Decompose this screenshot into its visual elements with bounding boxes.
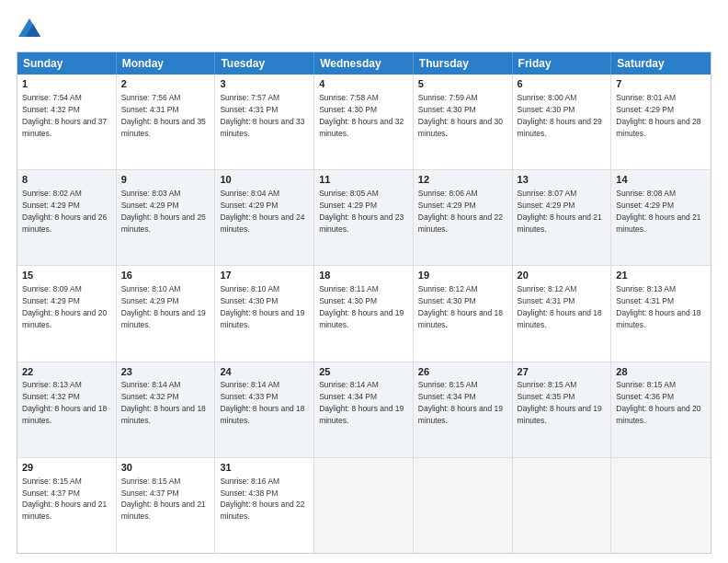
calendar-cell: 8Sunrise: 8:02 AMSunset: 4:29 PMDaylight… bbox=[17, 170, 117, 265]
day-number: 8 bbox=[22, 173, 111, 187]
calendar-week-1: 1Sunrise: 7:54 AMSunset: 4:32 PMDaylight… bbox=[17, 75, 711, 170]
cell-sun-info: Sunrise: 8:15 AMSunset: 4:37 PMDaylight:… bbox=[22, 477, 107, 522]
calendar-cell: 20Sunrise: 8:12 AMSunset: 4:31 PMDayligh… bbox=[513, 266, 612, 361]
day-header-sunday: Sunday bbox=[17, 52, 117, 75]
calendar-cell: 26Sunrise: 8:15 AMSunset: 4:34 PMDayligh… bbox=[414, 362, 513, 457]
calendar-cell: 18Sunrise: 8:11 AMSunset: 4:30 PMDayligh… bbox=[314, 266, 414, 361]
calendar-cell bbox=[414, 458, 513, 553]
day-header-friday: Friday bbox=[513, 52, 612, 75]
calendar-week-2: 8Sunrise: 8:02 AMSunset: 4:29 PMDaylight… bbox=[17, 170, 711, 266]
calendar-cell: 23Sunrise: 8:14 AMSunset: 4:32 PMDayligh… bbox=[117, 362, 216, 457]
day-number: 7 bbox=[616, 77, 706, 91]
day-header-saturday: Saturday bbox=[611, 52, 711, 75]
day-number: 1 bbox=[22, 77, 111, 91]
day-number: 14 bbox=[616, 173, 706, 187]
calendar-cell: 28Sunrise: 8:15 AMSunset: 4:36 PMDayligh… bbox=[611, 362, 711, 457]
cell-sun-info: Sunrise: 7:58 AMSunset: 4:30 PMDaylight:… bbox=[319, 93, 404, 138]
day-number: 24 bbox=[220, 365, 309, 379]
cell-sun-info: Sunrise: 8:13 AMSunset: 4:31 PMDaylight:… bbox=[616, 284, 700, 329]
cell-sun-info: Sunrise: 7:59 AMSunset: 4:30 PMDaylight:… bbox=[418, 93, 503, 138]
day-number: 19 bbox=[418, 269, 507, 282]
calendar-cell: 2Sunrise: 7:56 AMSunset: 4:31 PMDaylight… bbox=[117, 75, 216, 169]
calendar-cell: 27Sunrise: 8:15 AMSunset: 4:35 PMDayligh… bbox=[513, 362, 612, 457]
calendar-cell bbox=[611, 458, 711, 553]
day-header-tuesday: Tuesday bbox=[215, 52, 314, 75]
calendar-cell: 24Sunrise: 8:14 AMSunset: 4:33 PMDayligh… bbox=[215, 362, 314, 457]
calendar-cell: 22Sunrise: 8:13 AMSunset: 4:32 PMDayligh… bbox=[17, 362, 117, 457]
cell-sun-info: Sunrise: 8:00 AMSunset: 4:30 PMDaylight:… bbox=[518, 93, 602, 138]
day-header-wednesday: Wednesday bbox=[314, 52, 414, 75]
calendar-cell: 10Sunrise: 8:04 AMSunset: 4:29 PMDayligh… bbox=[215, 170, 314, 265]
cell-sun-info: Sunrise: 7:54 AMSunset: 4:32 PMDaylight:… bbox=[22, 93, 107, 138]
day-number: 28 bbox=[616, 365, 706, 379]
day-number: 23 bbox=[121, 365, 210, 379]
calendar-week-4: 22Sunrise: 8:13 AMSunset: 4:32 PMDayligh… bbox=[17, 362, 711, 458]
calendar-cell: 12Sunrise: 8:06 AMSunset: 4:29 PMDayligh… bbox=[414, 170, 513, 265]
cell-sun-info: Sunrise: 8:12 AMSunset: 4:30 PMDaylight:… bbox=[418, 284, 503, 329]
day-number: 10 bbox=[220, 173, 309, 187]
cell-sun-info: Sunrise: 8:11 AMSunset: 4:30 PMDaylight:… bbox=[319, 284, 404, 329]
cell-sun-info: Sunrise: 8:15 AMSunset: 4:34 PMDaylight:… bbox=[418, 380, 503, 425]
cell-sun-info: Sunrise: 8:10 AMSunset: 4:29 PMDaylight:… bbox=[121, 284, 206, 329]
logo bbox=[17, 17, 46, 42]
calendar-cell bbox=[314, 458, 414, 553]
page: SundayMondayTuesdayWednesdayThursdayFrid… bbox=[0, 0, 728, 563]
calendar-cell: 11Sunrise: 8:05 AMSunset: 4:29 PMDayligh… bbox=[314, 170, 414, 265]
day-number: 2 bbox=[121, 77, 210, 91]
cell-sun-info: Sunrise: 8:04 AMSunset: 4:29 PMDaylight:… bbox=[220, 189, 304, 234]
cell-sun-info: Sunrise: 8:15 AMSunset: 4:37 PMDaylight:… bbox=[121, 477, 206, 522]
calendar-cell: 31Sunrise: 8:16 AMSunset: 4:38 PMDayligh… bbox=[215, 458, 314, 553]
logo-icon bbox=[17, 17, 42, 42]
cell-sun-info: Sunrise: 8:16 AMSunset: 4:38 PMDaylight:… bbox=[220, 477, 304, 522]
day-number: 20 bbox=[518, 269, 607, 282]
cell-sun-info: Sunrise: 8:05 AMSunset: 4:29 PMDaylight:… bbox=[319, 189, 404, 234]
cell-sun-info: Sunrise: 8:07 AMSunset: 4:29 PMDaylight:… bbox=[518, 189, 602, 234]
day-number: 12 bbox=[418, 173, 507, 187]
calendar-cell bbox=[513, 458, 612, 553]
calendar-cell: 25Sunrise: 8:14 AMSunset: 4:34 PMDayligh… bbox=[314, 362, 414, 457]
calendar: SundayMondayTuesdayWednesdayThursdayFrid… bbox=[17, 52, 711, 554]
cell-sun-info: Sunrise: 8:10 AMSunset: 4:30 PMDaylight:… bbox=[220, 284, 304, 329]
day-header-thursday: Thursday bbox=[414, 52, 513, 75]
day-number: 13 bbox=[518, 173, 607, 187]
day-number: 17 bbox=[220, 269, 309, 282]
calendar-cell: 13Sunrise: 8:07 AMSunset: 4:29 PMDayligh… bbox=[513, 170, 612, 265]
day-number: 30 bbox=[121, 461, 210, 475]
cell-sun-info: Sunrise: 8:12 AMSunset: 4:31 PMDaylight:… bbox=[518, 284, 602, 329]
day-number: 21 bbox=[616, 269, 706, 282]
calendar-week-5: 29Sunrise: 8:15 AMSunset: 4:37 PMDayligh… bbox=[17, 458, 711, 553]
day-number: 6 bbox=[518, 77, 607, 91]
cell-sun-info: Sunrise: 7:57 AMSunset: 4:31 PMDaylight:… bbox=[220, 93, 304, 138]
day-number: 29 bbox=[22, 461, 111, 475]
cell-sun-info: Sunrise: 8:14 AMSunset: 4:34 PMDaylight:… bbox=[319, 380, 404, 425]
day-number: 31 bbox=[220, 461, 309, 475]
day-number: 9 bbox=[121, 173, 210, 187]
day-number: 5 bbox=[418, 77, 507, 91]
header bbox=[17, 17, 711, 42]
day-number: 3 bbox=[220, 77, 309, 91]
cell-sun-info: Sunrise: 8:14 AMSunset: 4:33 PMDaylight:… bbox=[220, 380, 304, 425]
day-number: 27 bbox=[518, 365, 607, 379]
cell-sun-info: Sunrise: 8:01 AMSunset: 4:29 PMDaylight:… bbox=[616, 93, 700, 138]
day-number: 4 bbox=[319, 77, 408, 91]
calendar-cell: 29Sunrise: 8:15 AMSunset: 4:37 PMDayligh… bbox=[17, 458, 117, 553]
day-number: 25 bbox=[319, 365, 408, 379]
calendar-cell: 3Sunrise: 7:57 AMSunset: 4:31 PMDaylight… bbox=[215, 75, 314, 169]
calendar-cell: 14Sunrise: 8:08 AMSunset: 4:29 PMDayligh… bbox=[611, 170, 711, 265]
calendar-week-3: 15Sunrise: 8:09 AMSunset: 4:29 PMDayligh… bbox=[17, 266, 711, 362]
day-number: 26 bbox=[418, 365, 507, 379]
cell-sun-info: Sunrise: 8:03 AMSunset: 4:29 PMDaylight:… bbox=[121, 189, 206, 234]
day-number: 15 bbox=[22, 269, 111, 282]
calendar-cell: 5Sunrise: 7:59 AMSunset: 4:30 PMDaylight… bbox=[414, 75, 513, 169]
day-number: 11 bbox=[319, 173, 408, 187]
day-header-monday: Monday bbox=[117, 52, 216, 75]
cell-sun-info: Sunrise: 8:09 AMSunset: 4:29 PMDaylight:… bbox=[22, 284, 107, 329]
calendar-cell: 7Sunrise: 8:01 AMSunset: 4:29 PMDaylight… bbox=[611, 75, 711, 169]
calendar-header: SundayMondayTuesdayWednesdayThursdayFrid… bbox=[17, 52, 711, 75]
calendar-cell: 19Sunrise: 8:12 AMSunset: 4:30 PMDayligh… bbox=[414, 266, 513, 361]
calendar-cell: 30Sunrise: 8:15 AMSunset: 4:37 PMDayligh… bbox=[117, 458, 216, 553]
cell-sun-info: Sunrise: 7:56 AMSunset: 4:31 PMDaylight:… bbox=[121, 93, 206, 138]
calendar-cell: 15Sunrise: 8:09 AMSunset: 4:29 PMDayligh… bbox=[17, 266, 117, 361]
day-number: 22 bbox=[22, 365, 111, 379]
cell-sun-info: Sunrise: 8:06 AMSunset: 4:29 PMDaylight:… bbox=[418, 189, 503, 234]
